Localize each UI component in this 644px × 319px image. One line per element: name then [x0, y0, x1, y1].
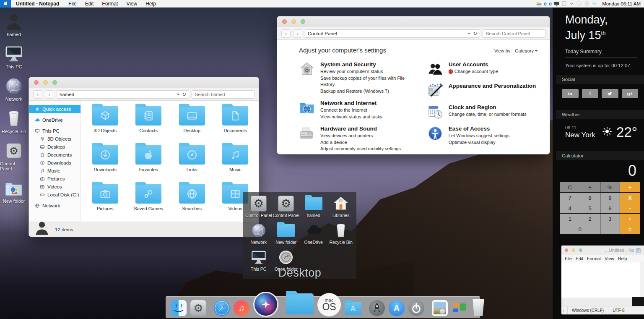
- address-bar[interactable]: ↻: [57, 90, 189, 99]
- popup-item-this-pc[interactable]: This PC: [245, 248, 273, 275]
- folder-downloads[interactable]: Downloads: [83, 145, 127, 184]
- back-button[interactable]: ‹: [281, 29, 291, 38]
- sidebar-item-quick-access[interactable]: Quick access: [29, 105, 80, 113]
- calc-button-3[interactable]: 3: [600, 214, 620, 224]
- calc-button-dot[interactable]: %: [600, 182, 620, 192]
- menu-file[interactable]: File: [68, 1, 76, 7]
- folder-documents[interactable]: Documents: [214, 106, 257, 145]
- close-button[interactable]: [34, 80, 39, 85]
- volume-icon[interactable]: [592, 1, 597, 7]
- dock-mission-control-icon[interactable]: [452, 300, 467, 316]
- cp-link-connect-to-the-internet[interactable]: Connect to the Internet: [320, 107, 382, 114]
- calc-button-7[interactable]: 7: [560, 193, 580, 203]
- network-tray-icon[interactable]: [584, 1, 589, 7]
- cp-link-backup-and-restore-windows-7[interactable]: Backup and Restore (Windows 7): [320, 88, 420, 95]
- dock-launchpad-icon[interactable]: [369, 300, 385, 316]
- explorer-search-input[interactable]: [195, 92, 251, 97]
- dock-photos-icon[interactable]: [432, 300, 448, 316]
- cp-category-title[interactable]: Hardware and Sound: [320, 126, 401, 132]
- zoom-button[interactable]: [52, 80, 57, 85]
- sidebar-item-network[interactable]: Network: [29, 201, 80, 209]
- calc-button-dot[interactable]: -: [620, 203, 640, 213]
- calc-button-dot[interactable]: .: [600, 224, 620, 234]
- cp-link-review-your-computer-s-status[interactable]: Review your computer's status: [320, 68, 420, 75]
- close-button[interactable]: [282, 19, 287, 24]
- cp-search-input[interactable]: [486, 31, 542, 36]
- cp-category-title[interactable]: User Accounts: [449, 61, 498, 68]
- popup-item-network[interactable]: Network: [245, 222, 273, 248]
- zoom-button[interactable]: [579, 248, 582, 252]
- cp-address-input[interactable]: [308, 31, 465, 36]
- dock-safari-icon[interactable]: [214, 300, 230, 316]
- back-button[interactable]: ‹: [33, 90, 42, 99]
- calc-button-dot[interactable]: ÷: [620, 182, 640, 192]
- cp-link-view-devices-and-printers[interactable]: View devices and printers: [320, 133, 401, 139]
- sidebar-item-onedrive[interactable]: OneDrive: [29, 116, 80, 124]
- calc-button-dot[interactable]: +: [620, 214, 640, 224]
- forward-button[interactable]: ›: [293, 29, 302, 38]
- cp-link-save-backup-copies-of-your-files-with-file-history[interactable]: Save backup copies of your files with Fi…: [320, 75, 420, 88]
- close-button[interactable]: [565, 248, 568, 252]
- cp-link-adjust-commonly-used-mobility-settings[interactable]: Adjust commonly used mobility settings: [320, 146, 401, 152]
- folder-links[interactable]: Links: [170, 145, 214, 184]
- view-by-dropdown[interactable]: Category: [515, 48, 538, 53]
- sidebar-item-music[interactable]: Music: [29, 167, 80, 175]
- desktop-icon-network[interactable]: Network: [0, 76, 28, 102]
- calc-button-9[interactable]: 9: [600, 193, 620, 203]
- folder-3d-objects[interactable]: 3D Objects: [83, 106, 127, 145]
- linkedin-icon[interactable]: in: [562, 89, 579, 98]
- cp-address-bar[interactable]: ↻: [305, 29, 480, 38]
- googleplus-icon[interactable]: g+: [622, 89, 639, 98]
- desktop-icon-control-panel[interactable]: ⚙ Control Panel: [0, 141, 28, 171]
- edge-icon[interactable]: e: [549, 1, 552, 7]
- address-dropdown-icon[interactable]: [467, 33, 471, 34]
- cp-search[interactable]: [483, 29, 545, 38]
- minimize-button[interactable]: [43, 80, 48, 85]
- cp-titlebar[interactable]: [277, 16, 550, 27]
- sidebar-item-desktop[interactable]: Desktop: [29, 143, 80, 151]
- facebook-icon[interactable]: f: [582, 89, 599, 98]
- cp-category-title[interactable]: Clock and Region: [449, 104, 527, 110]
- cp-link-let-windows-suggest-settings[interactable]: Let Windows suggest settings: [449, 133, 510, 139]
- calc-button-dot[interactable]: ±: [580, 182, 600, 192]
- cp-category-title[interactable]: Appearance and Personalization: [449, 83, 536, 89]
- dock-folder-icon[interactable]: [286, 293, 314, 314]
- desktop-icon-this-pc[interactable]: This PC: [0, 44, 28, 69]
- popup-item-recycle-bin[interactable]: Recycle Bin: [327, 222, 355, 248]
- display-icon[interactable]: [554, 1, 559, 7]
- folder-desktop[interactable]: Desktop: [170, 106, 214, 145]
- notepad-menu-view[interactable]: View: [605, 256, 614, 261]
- notepad-titlebar[interactable]: ...Untitled - No: [561, 246, 644, 255]
- twitter-icon[interactable]: [602, 89, 618, 98]
- popup-item-libraries[interactable]: Libraries: [327, 195, 355, 222]
- folder-favorites[interactable]: Favorites: [127, 145, 171, 184]
- popup-item-control-panel[interactable]: ⚙ Control Panel: [245, 195, 273, 222]
- calc-button-0[interactable]: 0: [560, 224, 600, 234]
- menu-format[interactable]: Format: [102, 1, 118, 7]
- cp-link-change-date-time-or-number-formats[interactable]: Change date, time, or number formats: [449, 111, 527, 118]
- address-dropdown-icon[interactable]: [177, 94, 180, 95]
- folder-music[interactable]: Music: [214, 145, 257, 184]
- dock-power-icon[interactable]: [408, 300, 424, 316]
- dock-appstore-icon[interactable]: A: [389, 300, 405, 316]
- folder-pictures[interactable]: Pictures: [83, 184, 127, 223]
- edge-icon[interactable]: e: [544, 1, 547, 7]
- calc-button-c[interactable]: C: [560, 182, 580, 192]
- cp-link-add-a-device[interactable]: Add a device: [320, 139, 401, 146]
- menu-help[interactable]: Help: [145, 1, 156, 7]
- apple-menu[interactable]: [0, 0, 11, 8]
- cp-link-optimize-visual-display[interactable]: Optimize visual display: [449, 139, 510, 146]
- notepad-menu-edit[interactable]: Edit: [576, 256, 583, 261]
- menu-view[interactable]: View: [126, 1, 137, 7]
- sidebar-item-documents[interactable]: Documents: [29, 151, 80, 159]
- calc-button-x[interactable]: X: [620, 193, 640, 203]
- sidebar-item-pictures[interactable]: Pictures: [29, 175, 80, 183]
- calc-button-6[interactable]: 6: [600, 203, 620, 213]
- minimize-button[interactable]: [291, 19, 296, 24]
- notepad-scrollbar[interactable]: [640, 262, 644, 298]
- popup-item-control-panel[interactable]: ⚙ Control Panel: [273, 195, 300, 222]
- file-explorer-icon[interactable]: [536, 1, 542, 7]
- calc-button-8[interactable]: 8: [580, 193, 600, 203]
- dock-siri-icon[interactable]: [253, 292, 278, 317]
- cp-category-title[interactable]: Ease of Access: [449, 126, 510, 132]
